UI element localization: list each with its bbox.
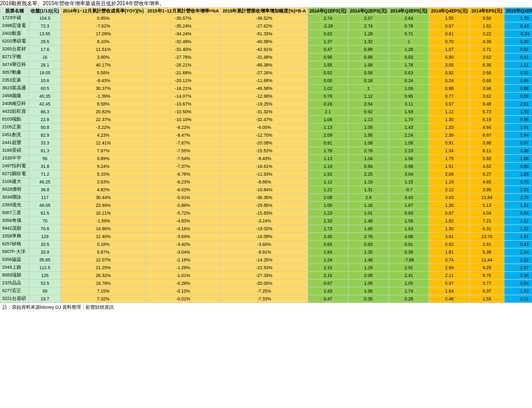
table-cell: 0.97 bbox=[429, 280, 470, 287]
table-cell: 0.32 bbox=[504, 69, 532, 77]
table-row: 6257矽格20.50.18%-3.42%-3.60%0.650.830.810… bbox=[1, 241, 533, 248]
table-cell: 0.48 bbox=[429, 295, 470, 303]
table-cell: 0.59 bbox=[348, 69, 389, 77]
table-cell: 0.95% bbox=[61, 15, 145, 22]
table-row: 2451創見82.94.23%-8.47%-12.70%2.091.952.24… bbox=[1, 131, 533, 139]
table-cell: 2.54 bbox=[348, 100, 389, 108]
table-cell: 7.97% bbox=[61, 147, 145, 155]
table-cell: 6277宏正 bbox=[1, 287, 29, 295]
table-cell: -27.78% bbox=[145, 54, 221, 61]
table-cell: -11.93% bbox=[221, 170, 308, 178]
table-cell: 8083瑞穎 bbox=[1, 272, 29, 280]
table-cell: 3.57 bbox=[429, 100, 470, 108]
table-cell: 1.82 bbox=[429, 217, 470, 225]
table-cell: 6271關欣電 bbox=[1, 170, 29, 178]
table-cell: -1.59% bbox=[61, 217, 145, 225]
table-cell: 1723中碳 bbox=[1, 15, 29, 22]
table-cell: 9.27 bbox=[470, 170, 504, 178]
table-cell: -14.07% bbox=[145, 93, 221, 100]
table-cell: -6.23% bbox=[145, 178, 221, 186]
table-cell: 40.35 bbox=[29, 93, 61, 100]
table-cell: -0.28% bbox=[145, 280, 221, 287]
table-cell: -3.42% bbox=[145, 241, 221, 248]
table-cell: 1.38 bbox=[504, 147, 532, 155]
table-cell: 2.25 bbox=[348, 170, 389, 178]
table-cell: -31.32% bbox=[221, 108, 308, 116]
table-cell: 1.43 bbox=[389, 124, 429, 131]
table-cell: 0.35 bbox=[348, 295, 389, 303]
table-row: 1723中碳104.50.95%-35.57%-36.52%2.742.572.… bbox=[1, 15, 533, 22]
table-cell: -36.35% bbox=[221, 194, 308, 202]
table-cell: 2325品品 bbox=[1, 280, 29, 287]
table-cell: 61.5 bbox=[29, 209, 61, 217]
table-cell: 0.65 bbox=[308, 241, 348, 248]
header-q3eps-2014: 2014年Q3EPS(元) bbox=[389, 8, 429, 15]
table-cell: 2.09 bbox=[308, 131, 348, 139]
table-cell: 2.57 bbox=[348, 15, 389, 22]
table-cell: 0.43 bbox=[504, 241, 532, 248]
table-cell: 1.58 bbox=[470, 295, 504, 303]
table-cell: 1.29 bbox=[348, 264, 389, 272]
table-row: 3623富晶通60.530.37%-16.21%-46.58%1.0211.06… bbox=[1, 85, 533, 93]
table-cell: -7.67% bbox=[145, 139, 221, 147]
table-cell: 1.13 bbox=[308, 155, 348, 163]
table-cell: 2.39 bbox=[429, 131, 470, 139]
table-row: 8928僑明36.84.82%-6.02%-10.84%1.221.31-0.7… bbox=[1, 186, 533, 194]
table-cell: 0.87 bbox=[504, 139, 532, 147]
table-cell: 2.22 bbox=[504, 186, 532, 194]
table-cell: 72.3 bbox=[29, 22, 61, 30]
table-cell: 2353宏碁 bbox=[1, 77, 29, 85]
table-cell: 2.08 bbox=[308, 194, 348, 202]
title-bar: 2016觀察股名單。2015年營收年增率最成長且低於2014年營收年增率。 bbox=[0, 0, 532, 7]
table-cell: 3.77 bbox=[470, 280, 504, 287]
table-cell: 0.70 bbox=[429, 38, 470, 46]
table-cell: 2.76 bbox=[348, 147, 389, 155]
table-cell: -4.16% bbox=[145, 225, 221, 233]
table-cell: 2441超豐 bbox=[1, 139, 29, 147]
table-cell: 3.61 bbox=[429, 233, 470, 241]
table-cell: 1.84 bbox=[308, 248, 348, 256]
table-cell: 1.34 bbox=[308, 256, 348, 264]
table-cell: 1.19 bbox=[429, 178, 470, 186]
table-cell: 5007三星 bbox=[1, 209, 29, 217]
table-cell: 1.70 bbox=[504, 15, 532, 22]
table-cell: 0.74 bbox=[429, 256, 470, 264]
table-cell: -3.04% bbox=[145, 248, 221, 256]
table-cell: 1.74 bbox=[389, 287, 429, 295]
table-cell: 2106建大 bbox=[1, 178, 29, 186]
table-cell: 0.26 bbox=[308, 100, 348, 108]
table-cell: 2.74 bbox=[348, 22, 389, 30]
table-cell: -46.58% bbox=[221, 85, 308, 93]
table-cell: -1.39% bbox=[61, 93, 145, 100]
table-cell: 31.8 bbox=[29, 163, 61, 170]
table-cell: 1.08 bbox=[504, 155, 532, 163]
table-cell: 4.65 bbox=[470, 178, 504, 186]
table-row: 6271關欣電71.25.15%-6.78%-11.93%1.922.253.0… bbox=[1, 170, 533, 178]
table-cell: 1.13 bbox=[348, 116, 389, 124]
table-cell: 8.11 bbox=[470, 147, 504, 155]
table-cell: 2393億光 bbox=[1, 202, 29, 209]
table-cell: 70 bbox=[29, 217, 61, 225]
table-cell: 7.15% bbox=[61, 287, 145, 295]
table-cell: 1.05 bbox=[389, 280, 429, 287]
table-cell: 1.06 bbox=[308, 116, 348, 124]
table-row: 9942茂順70.614.86%-4.16%-19.02%1.731.651.6… bbox=[1, 225, 533, 233]
table-cell: 1.05 bbox=[348, 124, 389, 131]
header-stock-name: 股票名稱 bbox=[1, 8, 29, 15]
table-cell: 3189景碩 bbox=[1, 147, 29, 155]
table-cell: 52.5 bbox=[29, 280, 61, 287]
table-cell: 0.06 bbox=[504, 77, 532, 85]
table-cell: 1.78 bbox=[389, 61, 429, 69]
table-cell: -15.52% bbox=[221, 147, 308, 155]
table-cell: -8.86% bbox=[221, 178, 308, 186]
table-cell: 1.50 bbox=[504, 108, 532, 116]
table-row: 3034聯詠11730.44%-5.91%-36.35%2.082.93.433… bbox=[1, 194, 533, 202]
table-cell: -8.43% bbox=[221, 155, 308, 163]
table-cell: 1.31 bbox=[348, 186, 389, 194]
table-cell: 2.23 bbox=[389, 147, 429, 155]
table-cell: 1.67 bbox=[389, 202, 429, 209]
table-row: 8103端點22.822.37%-10.10%-32.47%1.061.131.… bbox=[1, 116, 533, 124]
table-cell: 10.6 bbox=[29, 77, 61, 85]
table-cell: -2.18% bbox=[145, 256, 221, 264]
table-row: 2497怡利電31.89.24%-7.37%-16.61%1.190.840.9… bbox=[1, 163, 533, 170]
